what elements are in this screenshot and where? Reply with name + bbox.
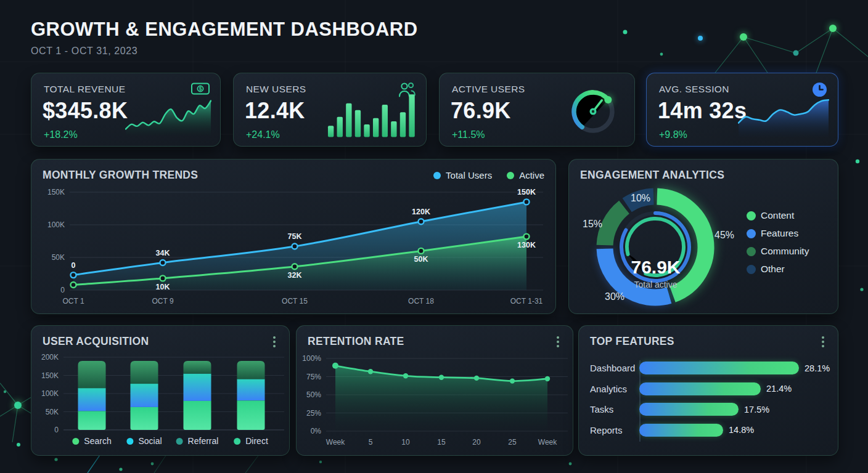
stack-seg-dark-green: [184, 361, 211, 374]
data-point: [545, 376, 550, 381]
y-axis-tick: 0: [60, 286, 65, 294]
legend-dot: [176, 438, 183, 445]
feature-value: 28.1%: [805, 363, 830, 373]
point-label: 0: [72, 261, 76, 270]
panel-title: MONTHLY GROWTH TRENDS: [43, 169, 198, 182]
slice-percent-label: 10%: [631, 193, 650, 203]
date-range: OCT 1 - OCT 31, 2023: [31, 46, 418, 57]
feature-bar: [639, 403, 739, 416]
kebab-menu-icon[interactable]: [817, 334, 829, 349]
x-axis-label: OCT 18: [408, 297, 434, 305]
point-label: 150K: [517, 188, 536, 196]
legend-item-referral[interactable]: Referral: [176, 436, 219, 446]
kpi-label: NEW USERS: [246, 84, 306, 95]
y-axis-tick: 50K: [46, 408, 59, 416]
session-sparkline: [738, 89, 829, 140]
monthly-growth-panel: MONTHLY GROWTH TRENDS Total Users Active…: [31, 159, 556, 314]
x-axis-label: 15: [437, 438, 446, 447]
kpi-value: 76.9K: [451, 98, 511, 124]
monthly-growth-legend: Total Users Active: [433, 170, 544, 180]
x-axis-label: OCT 15: [282, 297, 308, 305]
legend-item-content[interactable]: Content: [747, 210, 809, 221]
legend-label: Search: [84, 436, 111, 446]
legend-item-total-users[interactable]: Total Users: [433, 170, 492, 180]
panel-title: RETENTION RATE: [308, 335, 404, 348]
acquisition-legend: SearchSocialReferralDirect: [31, 436, 289, 448]
y-axis-tick: 100K: [41, 389, 59, 398]
legend-label: Active: [519, 170, 544, 180]
y-axis-tick: 25%: [306, 409, 321, 418]
new-users-sparkbars: [326, 89, 417, 140]
feature-row-analytics: Analytics21.4%: [590, 379, 830, 400]
kpi-label: ACTIVE USERS: [452, 84, 525, 95]
legend-label: Other: [761, 264, 785, 275]
legend-label: Social: [138, 436, 162, 446]
stack-seg-blue: [237, 379, 265, 400]
engagement-panel: ENGAGEMENT ANALYTICS 45%30%15%10% 76.9K …: [568, 159, 838, 314]
feature-row-tasks: Tasks17.5%: [590, 399, 830, 420]
data-point: [419, 248, 424, 254]
kpi-delta: +24.1%: [246, 129, 280, 140]
feature-value: 14.8%: [729, 425, 754, 435]
slice-percent-label: 45%: [714, 230, 734, 240]
kpi-value: 12.4K: [245, 98, 305, 124]
kpi-card-avg-session: AVG. SESSION 14m 32s +9.8%: [646, 73, 838, 147]
engagement-donut-chart: 45%30%15%10%: [569, 160, 754, 313]
legend-label: Features: [761, 228, 798, 239]
legend-dot: [747, 229, 756, 238]
x-axis-label: 20: [472, 438, 481, 447]
kebab-menu-icon[interactable]: [268, 334, 280, 349]
legend-dot: [234, 438, 240, 445]
y-axis-tick: 200K: [41, 353, 59, 362]
data-point: [524, 234, 530, 240]
legend-item-active[interactable]: Active: [507, 170, 544, 180]
panel-title: USER ACQUISITION: [43, 335, 149, 348]
x-axis-label: 5: [369, 438, 373, 447]
feature-label: Tasks: [590, 404, 639, 414]
kpi-value: 14m 32s: [658, 98, 747, 124]
slice-percent-label: 15%: [583, 219, 602, 229]
feature-label: Dashboard: [590, 363, 639, 373]
page-title: GROWTH & ENGAGEMENT DASHBOARD: [31, 18, 418, 41]
acquisition-chart: 200K150K100K50K0: [31, 349, 289, 435]
stack-seg-blue: [78, 388, 106, 411]
panel-title: TOP FEATURES: [590, 335, 674, 348]
x-axis-label: Week: [538, 438, 557, 447]
kpi-delta: +18.2%: [44, 129, 78, 140]
y-axis-tick: 50K: [52, 253, 65, 262]
legend-dot: [747, 211, 756, 220]
legend-item-features[interactable]: Features: [747, 228, 809, 239]
point-label: 34K: [156, 249, 170, 257]
kpi-card-new-users: NEW USERS 12.4K +24.1%: [233, 73, 427, 147]
legend-item-direct[interactable]: Direct: [234, 436, 268, 446]
kpi-value: $345.8K: [43, 98, 128, 124]
stack-seg-green: [184, 401, 211, 430]
point-label: 10K: [156, 283, 170, 291]
legend-dot-green: [507, 172, 514, 179]
legend-item-other[interactable]: Other: [747, 264, 809, 275]
kpi-delta: +9.8%: [659, 129, 687, 140]
legend-dot: [747, 265, 756, 274]
legend-label: Direct: [245, 436, 268, 446]
stack-seg-dark-green: [131, 361, 158, 384]
legend-label: Content: [761, 210, 794, 221]
top-features-panel: TOP FEATURES Dashboard28.1%Analytics21.4…: [578, 325, 838, 456]
kpi-label: TOTAL REVENUE: [44, 84, 125, 95]
stack-seg-green: [78, 411, 106, 430]
legend-item-social[interactable]: Social: [126, 436, 162, 446]
gauge-icon: [564, 81, 622, 140]
monthly-growth-chart: 150K100K50K0OCT 1OCT 9OCT 15OCT 18OCT 1-…: [43, 183, 544, 310]
feature-row-dashboard: Dashboard28.1%: [590, 358, 830, 379]
kebab-menu-icon[interactable]: [552, 334, 564, 349]
data-point: [332, 363, 338, 369]
data-point: [160, 275, 166, 281]
kpi-card-active-users: ACTIVE USERS 76.9K +11.5%: [439, 73, 635, 147]
dashboard-header: GROWTH & ENGAGEMENT DASHBOARD OCT 1 - OC…: [31, 18, 418, 57]
legend-item-community[interactable]: Community: [747, 246, 809, 257]
user-acquisition-panel: USER ACQUISITION 200K150K100K50K0 Search…: [31, 325, 290, 456]
legend-label: Community: [761, 246, 809, 257]
point-label: 130K: [517, 241, 536, 249]
x-axis-label: 25: [508, 438, 517, 447]
features-rows: Dashboard28.1%Analytics21.4%Tasks17.5%Re…: [590, 358, 830, 440]
legend-item-search[interactable]: Search: [72, 436, 111, 446]
